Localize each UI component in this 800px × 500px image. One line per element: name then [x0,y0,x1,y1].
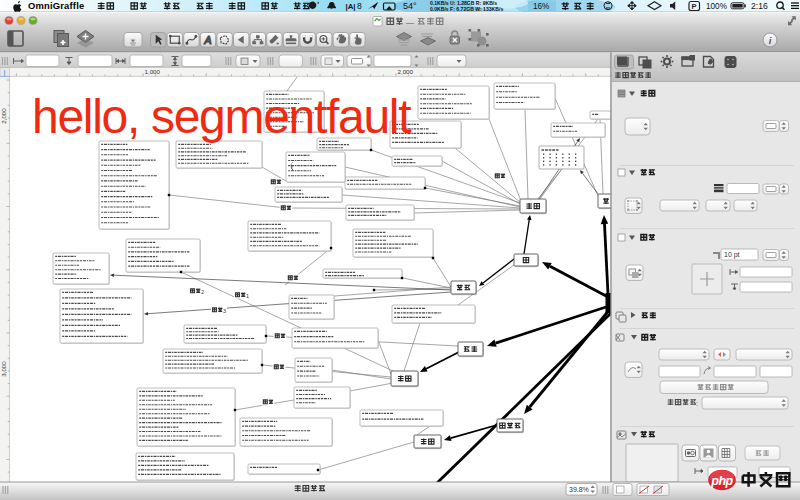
svg-text:OmniGraffle: OmniGraffle [28,0,84,11]
svg-text:39.8%: 39.8% [569,486,589,493]
svg-text:P: P [692,2,697,11]
svg-text:8: 8 [357,1,362,11]
svg-text:3,000: 3,000 [0,361,7,377]
svg-text::: : [696,400,698,407]
svg-text:16%: 16% [533,2,549,11]
svg-text:2: 2 [201,289,204,295]
svg-text:10 pt: 10 pt [724,251,740,259]
svg-text:3: 3 [223,308,226,314]
svg-text:1: 1 [246,293,249,299]
svg-text:2,000: 2,000 [0,108,7,124]
svg-text:0.0KB/s F: 6.72GB W: 133KB/: 0.0KB/s F: 6.72GB W: 133KB/s [430,6,503,12]
svg-text:—: — [406,18,414,27]
svg-text:hello, segmentfault: hello, segmentfault [32,90,411,143]
svg-text:54°: 54° [403,1,417,11]
svg-text:|A|: |A| [346,2,356,11]
svg-text:1,000: 1,000 [145,68,161,75]
svg-text:i: i [769,35,772,46]
svg-text:100%: 100% [706,2,727,11]
svg-text:A: A [203,34,211,46]
svg-text:2,000: 2,000 [398,68,414,75]
svg-text:php: php [710,474,733,488]
svg-text:2:16: 2:16 [751,1,768,11]
